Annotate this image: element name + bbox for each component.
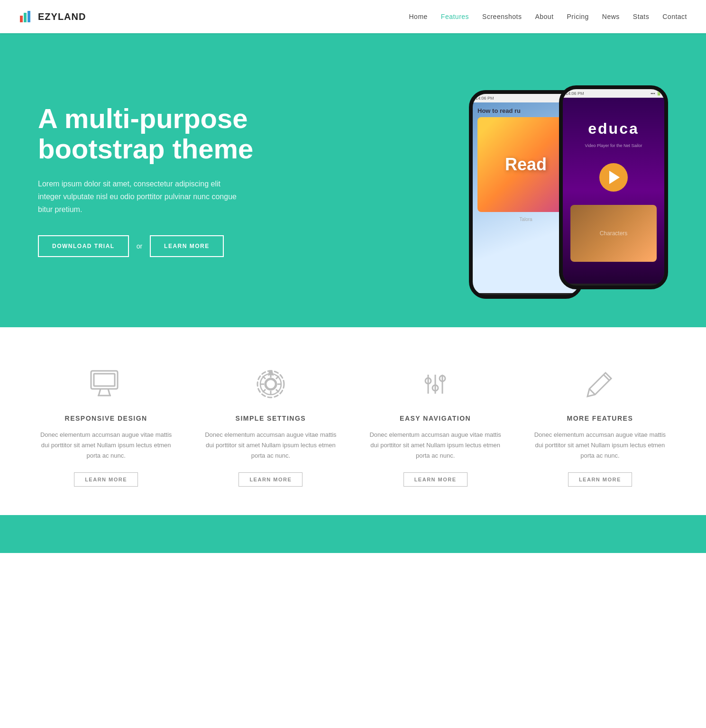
download-trial-button[interactable]: DOWNLOAD TRIAL (38, 235, 129, 257)
feature-btn-settings[interactable]: LEARN MORE (238, 472, 303, 487)
svg-line-4 (99, 389, 101, 396)
phone-front: 14:06 PM▪▪▪ 🔋 educa Video Player for the… (559, 85, 668, 289)
feature-desc-settings: Donec elementum accumsan augue vitae mat… (202, 430, 339, 461)
nav-features[interactable]: Features (441, 13, 469, 20)
navigation-icon (416, 365, 454, 403)
hero-description: Lorem ipsum dolor sit amet, consectetur … (38, 177, 237, 216)
hero-buttons: DOWNLOAD TRIAL or LEARN MORE (38, 235, 353, 257)
hero-or-text: or (137, 242, 142, 250)
svg-line-17 (276, 389, 279, 392)
hero-section: A multi-purpose bootstrap theme Lorem ip… (0, 33, 706, 327)
svg-point-11 (266, 379, 275, 389)
feature-desc-more: Donec elementum accumsan augue vitae mat… (532, 430, 668, 461)
hero-phones: 14:06 PM▪▪▪ How to read ru Read Talora 1… (353, 62, 669, 299)
feature-card-navigation: EASY NAVIGATION Donec elementum accumsan… (358, 365, 513, 487)
nav-home[interactable]: Home (409, 13, 428, 20)
pencil-icon (581, 365, 619, 403)
nav-contact[interactable]: Contact (662, 13, 687, 20)
nav-pricing[interactable]: Pricing (567, 13, 589, 20)
feature-title-responsive: RESPONSIVE DESIGN (65, 415, 147, 422)
navbar: EZYLAND Home Features Screenshots About … (0, 0, 706, 33)
svg-line-18 (276, 376, 279, 379)
feature-title-settings: SIMPLE SETTINGS (236, 415, 306, 422)
feature-btn-responsive[interactable]: LEARN MORE (74, 472, 138, 487)
svg-line-19 (263, 389, 266, 392)
logo[interactable]: EZYLAND (19, 9, 86, 24)
feature-card-responsive: RESPONSIVE DESIGN Donec elementum accums… (28, 365, 183, 487)
features-section: RESPONSIVE DESIGN Donec elementum accums… (0, 327, 706, 515)
nav-news[interactable]: News (602, 13, 620, 20)
svg-rect-0 (20, 16, 23, 22)
nav-about[interactable]: About (535, 13, 553, 20)
monitor-icon (87, 365, 125, 403)
svg-rect-2 (28, 11, 30, 22)
nav-screenshots[interactable]: Screenshots (482, 13, 522, 20)
svg-point-8 (265, 378, 276, 390)
footer-bar (0, 515, 706, 553)
feature-card-settings: SIMPLE SETTINGS Donec elementum accumsan… (193, 365, 348, 487)
hero-title: A multi-purpose bootstrap theme (38, 103, 353, 164)
settings-icon (252, 365, 290, 403)
svg-line-5 (108, 389, 110, 396)
brand-name: EZYLAND (38, 11, 86, 22)
svg-rect-1 (24, 13, 27, 22)
svg-rect-7 (94, 374, 115, 386)
nav-links: Home Features Screenshots About Pricing … (409, 12, 688, 21)
feature-btn-navigation[interactable]: LEARN MORE (403, 472, 468, 487)
feature-desc-navigation: Donec elementum accumsan augue vitae mat… (367, 430, 504, 461)
feature-btn-more[interactable]: LEARN MORE (568, 472, 632, 487)
feature-card-more: MORE FEATURES Donec elementum accumsan a… (523, 365, 678, 487)
hero-content: A multi-purpose bootstrap theme Lorem ip… (38, 103, 353, 257)
feature-title-more: MORE FEATURES (567, 415, 633, 422)
feature-desc-responsive: Donec elementum accumsan augue vitae mat… (38, 430, 174, 461)
svg-line-16 (263, 376, 266, 379)
nav-stats[interactable]: Stats (633, 13, 649, 20)
feature-title-navigation: EASY NAVIGATION (400, 415, 471, 422)
learn-more-hero-button[interactable]: LEARN MORE (150, 235, 224, 257)
svg-line-27 (589, 389, 595, 395)
logo-icon (19, 9, 34, 24)
